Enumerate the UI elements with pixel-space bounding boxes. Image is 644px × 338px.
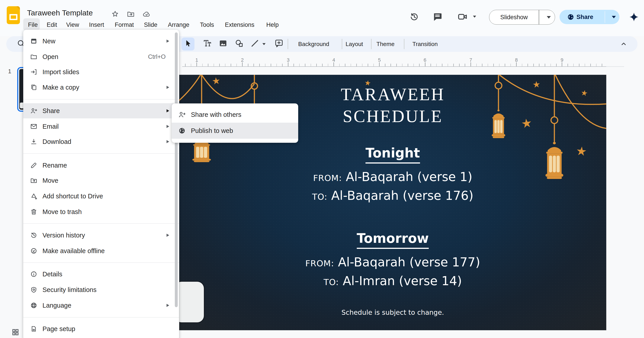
menu-separator: [23, 223, 179, 224]
slide-title-line1: TARAWEEH: [179, 83, 606, 105]
import-icon: [30, 68, 38, 76]
public-globe-icon: [567, 13, 575, 22]
menu-item-download[interactable]: Download: [23, 134, 179, 149]
tomorrow-from-line[interactable]: FROM: Al-Baqarah (verse 177): [179, 255, 606, 269]
menu-separator: [23, 317, 179, 318]
slides-logo[interactable]: [7, 6, 20, 24]
menu-item-rename[interactable]: Rename: [23, 158, 179, 173]
toolbar-separator: [371, 39, 372, 49]
slideshow-dropdown[interactable]: [542, 10, 555, 24]
menu-item-new[interactable]: New: [23, 33, 179, 49]
menu-item-page-setup[interactable]: Page setup: [23, 321, 179, 337]
menu-item-email[interactable]: Email: [23, 119, 179, 134]
menu-item-import-slides[interactable]: Import slides: [23, 64, 179, 79]
button-divider: [539, 10, 539, 24]
menu-scrollbar[interactable]: [175, 32, 178, 307]
tomorrow-to-line[interactable]: TO: Al-Imran (verse 14): [179, 274, 606, 288]
menu-item-language[interactable]: Language: [23, 298, 179, 313]
menu-item-move-to-trash[interactable]: Move to trash: [23, 204, 179, 219]
person-add-icon: [30, 107, 38, 115]
menu-item-share[interactable]: Share: [23, 103, 179, 118]
menu-arrange[interactable]: Arrange: [166, 19, 191, 30]
menu-item-security-limitations[interactable]: Security limitations: [23, 282, 179, 297]
slide-shape-rounded-rect[interactable]: [179, 282, 204, 322]
submenu-arrow-icon: [166, 304, 169, 307]
menu-insert[interactable]: Insert: [88, 19, 104, 30]
menu-item-version-history[interactable]: Version history: [23, 228, 179, 243]
select-tool-button[interactable]: [182, 37, 194, 50]
camera-dropdown-icon[interactable]: [473, 16, 476, 18]
theme-button[interactable]: Theme: [376, 36, 394, 52]
gemini-sparkle-icon[interactable]: [628, 12, 639, 23]
toolbar-separator: [288, 39, 288, 49]
menu-help[interactable]: Help: [265, 19, 280, 30]
tonight-to-line[interactable]: TO: Al-Baqarah (verse 176): [179, 188, 606, 203]
filmstrip-slide-number: 1: [8, 68, 11, 75]
menu-format[interactable]: Format: [114, 19, 135, 30]
security-icon: [30, 286, 38, 294]
menu-item-move[interactable]: Move: [23, 173, 179, 188]
toolbar-separator: [404, 39, 404, 49]
menu-slide[interactable]: Slide: [143, 19, 158, 30]
submenu-arrow-icon: [166, 140, 169, 143]
slideshow-button[interactable]: Slideshow: [489, 10, 555, 24]
ruler-major-ticks: [196, 62, 564, 66]
person-add-icon: [178, 111, 186, 119]
publish-web-icon: [178, 127, 186, 135]
insert-image-button[interactable]: [218, 36, 228, 52]
submenu-arrow-icon: [166, 86, 169, 89]
menu-separator: [23, 153, 179, 154]
menu-item-open[interactable]: Open Ctrl+O: [23, 49, 179, 64]
menu-item-add-shortcut-to-drive[interactable]: Add shortcut to Drive: [23, 189, 179, 204]
chevron-down-icon: [547, 16, 551, 18]
menu-extensions[interactable]: Extensions: [223, 19, 256, 30]
comments-icon[interactable]: [432, 12, 442, 23]
menu-edit[interactable]: Edit: [46, 19, 58, 30]
text-box-button[interactable]: [202, 36, 212, 52]
submenu-item-publish-to-web[interactable]: Publish to web: [172, 123, 298, 139]
copy-icon: [30, 83, 38, 91]
menu-item-details[interactable]: Details: [23, 267, 179, 282]
menu-item-make-a-copy[interactable]: Make a copy: [23, 80, 179, 95]
tonight-from-line[interactable]: FROM: Al-Baqarah (verse 1): [179, 170, 606, 184]
shortcut-label: Ctrl+O: [148, 49, 166, 64]
chevron-down-icon: [262, 43, 266, 45]
from-label: FROM:: [305, 259, 334, 268]
star-outline-icon[interactable]: [111, 10, 119, 18]
menu-item-make-available-offline[interactable]: Make available offline: [23, 243, 179, 259]
from-value: Al-Baqarah (verse 177): [338, 255, 480, 269]
share-button[interactable]: Share: [560, 10, 620, 24]
share-dropdown[interactable]: [608, 10, 620, 24]
menu-view[interactable]: View: [66, 19, 80, 30]
insert-comment-button[interactable]: [274, 36, 284, 52]
menu-tools[interactable]: Tools: [198, 19, 216, 30]
cloud-check-icon[interactable]: [142, 10, 151, 18]
ruler-baseline: [182, 66, 606, 67]
insert-line-button[interactable]: [250, 36, 260, 52]
grid-view-icon[interactable]: [11, 328, 20, 337]
meet-camera-icon[interactable]: [457, 12, 468, 23]
section-heading-tonight[interactable]: Tonight: [179, 145, 606, 164]
document-title[interactable]: Taraweeh Template: [27, 8, 93, 17]
history-icon: [30, 231, 38, 239]
version-history-icon[interactable]: [409, 12, 419, 23]
submenu-item-share-with-others[interactable]: Share with others: [172, 107, 298, 123]
submenu-arrow-icon: [166, 39, 169, 43]
rename-icon: [30, 162, 38, 169]
menu-file[interactable]: File: [26, 19, 39, 30]
folder-icon: [30, 53, 38, 60]
drive-shortcut-icon: [30, 192, 38, 200]
transition-button[interactable]: Transition: [412, 36, 438, 52]
insert-shape-button[interactable]: [234, 36, 244, 52]
layout-button[interactable]: Layout: [346, 36, 363, 52]
slide-footer-note[interactable]: Schedule is subject to change.: [179, 309, 606, 316]
section-heading-tomorrow[interactable]: Tomorrow: [179, 231, 606, 249]
language-icon: [30, 302, 38, 309]
line-dropdown[interactable]: [262, 36, 266, 52]
email-icon: [30, 123, 38, 130]
trash-icon: [30, 208, 38, 216]
share-submenu: Share with others Publish to web: [172, 103, 298, 143]
collapse-toolbar-button[interactable]: [619, 39, 628, 48]
background-button[interactable]: Background: [298, 36, 329, 52]
move-folder-icon[interactable]: [126, 10, 135, 18]
